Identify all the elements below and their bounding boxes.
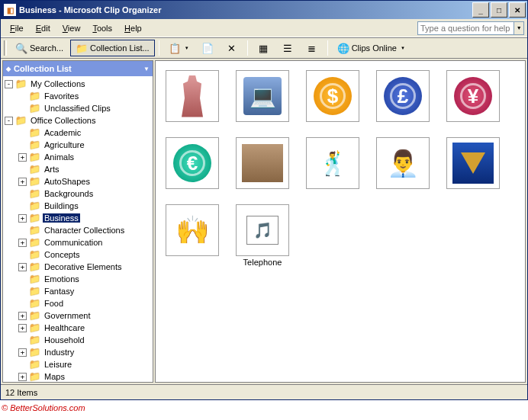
- collapse-icon[interactable]: -: [5, 80, 13, 88]
- menu-view[interactable]: View: [56, 22, 87, 34]
- tree-item[interactable]: 📁Buildings: [5, 200, 151, 212]
- tree-item[interactable]: 📁Academic: [5, 127, 151, 139]
- tree-item[interactable]: 📁Favorites: [5, 90, 151, 102]
- tree-item[interactable]: 📁Character Collections: [5, 224, 151, 236]
- help-search-box[interactable]: ▼: [417, 21, 524, 35]
- close-button[interactable]: ✕: [509, 2, 526, 18]
- tree-item[interactable]: +📁Maps: [5, 370, 151, 382]
- clip-thumbnail[interactable]: €: [165, 137, 220, 189]
- expand-icon[interactable]: +: [18, 178, 27, 186]
- tree-item[interactable]: 📁Unclassified Clips: [5, 102, 151, 114]
- tree-item-label: Academic: [43, 128, 82, 137]
- expand-icon[interactable]: +: [18, 214, 27, 223]
- tree-item[interactable]: +📁AutoShapes: [5, 175, 151, 188]
- tree-item[interactable]: 📁Fantasy: [5, 285, 151, 297]
- tree-item[interactable]: 📁Backgrounds: [5, 188, 151, 200]
- maximize-button[interactable]: □: [491, 2, 507, 18]
- folder-icon: 📁: [15, 115, 27, 126]
- clips-online-button[interactable]: 🌐 Clips Online ▼: [332, 40, 410, 56]
- menu-help[interactable]: Help: [118, 22, 148, 34]
- tree-item-label: Government: [43, 311, 92, 320]
- expand-icon[interactable]: +: [18, 312, 27, 320]
- menu-file[interactable]: File: [4, 22, 30, 34]
- clip-image: $: [306, 70, 359, 122]
- toolbar-grip: [4, 40, 7, 56]
- clip-thumbnail[interactable]: [446, 137, 501, 189]
- expand-placeholder: [18, 165, 27, 174]
- tree-item[interactable]: -📁My Collections: [5, 78, 151, 90]
- tree-item[interactable]: 📁Concepts: [5, 248, 151, 261]
- folder-icon: 📁: [29, 310, 40, 321]
- footer-attribution: © BetterSolutions.com: [0, 400, 528, 415]
- folder-icon: 📁: [15, 79, 27, 89]
- folder-icon: 📁: [29, 91, 40, 101]
- app-window: ◧ Business - Microsoft Clip Organizer _ …: [0, 0, 528, 400]
- tree-item[interactable]: +📁Decorative Elements: [5, 261, 151, 273]
- tree-item[interactable]: 📁Arts: [5, 163, 151, 175]
- collection-tree[interactable]: -📁My Collections📁Favorites📁Unclassified …: [3, 76, 153, 382]
- clip-thumbnail[interactable]: 🙌: [165, 204, 220, 267]
- clip-thumbnail[interactable]: ¥: [446, 70, 501, 122]
- clip-thumbnail[interactable]: $: [305, 70, 360, 122]
- tree-item[interactable]: 📁Household: [5, 334, 151, 346]
- search-button[interactable]: 🔍 Search...: [10, 40, 69, 56]
- minimize-button[interactable]: _: [472, 2, 489, 18]
- help-search-input[interactable]: [418, 24, 514, 33]
- tree-item[interactable]: 📁Agriculture: [5, 139, 151, 151]
- menu-edit[interactable]: Edit: [30, 22, 56, 34]
- expand-icon[interactable]: +: [18, 324, 27, 332]
- clip-image: [166, 70, 219, 122]
- collection-list-button[interactable]: 📁 Collection List...: [70, 40, 155, 56]
- tree-item-label: Concepts: [43, 250, 81, 259]
- clip-image: 🕺: [306, 137, 359, 189]
- expand-icon[interactable]: +: [18, 348, 27, 357]
- tree-item[interactable]: +📁Government: [5, 309, 151, 322]
- folder-icon: 📁: [29, 139, 40, 150]
- clip-image: 👨‍💼: [376, 137, 430, 189]
- clip-thumbnail[interactable]: [235, 137, 290, 189]
- tree-item[interactable]: +📁Communication: [5, 236, 151, 248]
- tree-item-label: AutoShapes: [43, 177, 92, 186]
- clip-thumbnail[interactable]: 👨‍💼: [375, 137, 430, 189]
- expand-icon[interactable]: +: [18, 263, 27, 271]
- status-text: 12 Items: [5, 388, 37, 397]
- expand-placeholder: [18, 287, 27, 296]
- expand-placeholder: [18, 275, 27, 284]
- tree-item-label: Arts: [43, 165, 61, 174]
- delete-button[interactable]: ✕: [221, 40, 243, 56]
- tree-item[interactable]: +📁Animals: [5, 151, 151, 163]
- tree-item[interactable]: 📁Emotions: [5, 273, 151, 285]
- tree-item[interactable]: +📁Industry: [5, 346, 151, 358]
- tree-item[interactable]: 📁Food: [5, 297, 151, 309]
- paste-button[interactable]: 📋▼: [163, 40, 195, 56]
- collapse-icon[interactable]: -: [5, 117, 13, 125]
- tree-item-label: Animals: [43, 152, 76, 162]
- tree-item[interactable]: -📁Office Collections: [5, 114, 151, 127]
- clip-image: [446, 137, 500, 189]
- list-view-button[interactable]: ☰: [276, 40, 299, 56]
- expand-icon[interactable]: +: [18, 373, 27, 381]
- tree-item-label: Maps: [43, 372, 66, 381]
- details-view-button[interactable]: ≣: [301, 40, 324, 56]
- expand-icon[interactable]: +: [18, 153, 27, 162]
- clip-thumbnail[interactable]: 🎵Telephone: [235, 204, 290, 267]
- clip-thumbnail[interactable]: [165, 70, 220, 122]
- clip-image: €: [166, 137, 219, 189]
- copy-button[interactable]: 📄: [196, 40, 219, 56]
- chevron-down-icon: ▼: [401, 46, 405, 50]
- close-pane-icon[interactable]: ▼: [143, 66, 150, 72]
- tree-item[interactable]: 📁Leisure: [5, 358, 151, 370]
- clip-thumbnail[interactable]: 🕺: [305, 137, 360, 189]
- expand-icon[interactable]: +: [18, 239, 27, 247]
- tree-item[interactable]: +📁Business: [5, 212, 151, 224]
- tree-item-label: Healthcare: [43, 323, 86, 332]
- menu-tools[interactable]: Tools: [86, 22, 118, 34]
- clip-caption: Telephone: [243, 258, 282, 267]
- help-dropdown-icon[interactable]: ▼: [514, 22, 523, 34]
- clip-thumbnail[interactable]: £: [375, 70, 430, 122]
- thumbnails-view-button[interactable]: ▦: [252, 40, 275, 56]
- clip-thumbnail[interactable]: [235, 70, 290, 122]
- folder-icon: 📁: [29, 213, 40, 223]
- tree-item[interactable]: +📁Healthcare: [5, 322, 151, 334]
- expand-placeholder: [18, 141, 27, 149]
